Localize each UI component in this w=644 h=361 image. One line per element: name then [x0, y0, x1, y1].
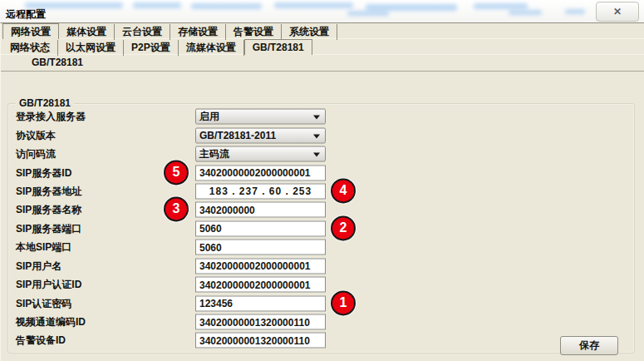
- tab-secondary-1[interactable]: 网络状态: [2, 40, 58, 56]
- dialog-client-area: 网络设置媒体设置云台设置存储设置告警设置系统设置 网络状态以太网设置P2P设置流…: [0, 22, 644, 361]
- sip-server-id-input[interactable]: [195, 165, 326, 180]
- local-sip-port-input[interactable]: [195, 240, 326, 255]
- sip-auth-password-input[interactable]: [195, 295, 326, 311]
- sip-user-auth-id-label: SIP用户认证ID: [16, 278, 81, 292]
- protocol-version-label: 协议版本: [16, 128, 56, 142]
- field-row-sip-server-name: SIP服务器名称3: [8, 200, 634, 219]
- sip-server-port-label: SIP服务器端口: [16, 221, 81, 235]
- blurred-text-artifact: [25, 2, 123, 8]
- alarm-device-id-label: 告警设备ID: [16, 334, 66, 348]
- field-row-login-access-server: 登录接入服务器启用: [8, 107, 634, 126]
- page-header: GB/T28181: [1, 55, 644, 72]
- blurred-text-artifact: [133, 2, 181, 8]
- tab-primary-2[interactable]: 媒体设置: [59, 24, 115, 40]
- sip-server-id-label: SIP服务器ID: [16, 166, 71, 180]
- titlebar: 远程配置 ✕: [0, 0, 644, 22]
- sip-user-auth-id-input[interactable]: [195, 277, 326, 293]
- annotation-badge-2: 2: [331, 215, 356, 240]
- primary-tab-strip: 网络设置媒体设置云台设置存储设置告警设置系统设置: [1, 23, 644, 39]
- tab-primary-1[interactable]: 网络设置: [2, 23, 59, 39]
- sip-username-label: SIP用户名: [16, 259, 61, 273]
- field-row-video-channel-id: 视频通道编码ID: [8, 313, 634, 331]
- sip-server-name-label: SIP服务器名称: [16, 203, 81, 217]
- sip-server-address-label: SIP服务器地址: [16, 184, 81, 198]
- tab-secondary-2[interactable]: 以太网设置: [58, 40, 124, 56]
- login-access-server-label: 登录接入服务器: [16, 110, 86, 124]
- video-channel-id-label: 视频通道编码ID: [16, 315, 86, 329]
- field-row-alarm-device-id: 告警设备ID: [8, 331, 634, 349]
- blurred-text-artifact: [366, 4, 457, 11]
- chevron-down-icon: [313, 134, 320, 138]
- blurred-text-artifact: [191, 3, 262, 9]
- field-row-sip-auth-password: SIP认证密码1: [8, 294, 634, 312]
- tab-secondary-5[interactable]: GB/T28181: [244, 39, 312, 55]
- field-row-protocol-version: 协议版本GB/T28181-2011: [8, 126, 634, 144]
- blurred-text-artifact: [347, 11, 389, 16]
- tab-secondary-4[interactable]: 流媒体设置: [179, 40, 244, 56]
- tab-primary-3[interactable]: 云台设置: [115, 24, 170, 40]
- field-row-sip-server-id: SIP服务器ID5: [8, 163, 634, 181]
- chevron-down-icon: [313, 153, 320, 157]
- sip-username-input[interactable]: [195, 258, 326, 274]
- field-row-sip-server-address: SIP服务器地址4: [8, 182, 634, 200]
- blurred-text-artifact: [274, 2, 353, 8]
- field-row-sip-username: SIP用户名: [8, 257, 634, 275]
- protocol-version-dropdown[interactable]: GB/T28181-2011: [195, 127, 326, 143]
- save-button[interactable]: 保存: [560, 336, 618, 355]
- remote-config-dialog: 远程配置 ✕ 网络设置媒体设置云台设置存储设置告警设置系统设置 网络状态以太网设…: [0, 0, 644, 361]
- annotation-badge-5: 5: [164, 160, 189, 185]
- video-channel-id-input[interactable]: [195, 314, 326, 330]
- field-row-sip-server-port: SIP服务器端口2: [8, 220, 634, 238]
- chevron-down-icon: [313, 116, 320, 120]
- gbt28181-groupbox: GB/T28181 登录接入服务器启用协议版本GB/T28181-2011访问码…: [7, 103, 635, 354]
- blurred-text-artifact: [474, 3, 528, 9]
- blurred-text-artifact: [565, 9, 585, 14]
- access-stream-dropdown[interactable]: 主码流: [195, 146, 326, 162]
- annotation-badge-3: 3: [164, 197, 189, 222]
- access-stream-label: 访问码流: [16, 147, 56, 161]
- secondary-tab-strip: 网络状态以太网设置P2P设置流媒体设置GB/T28181: [1, 39, 644, 55]
- tab-secondary-3[interactable]: P2P设置: [124, 40, 179, 56]
- sip-server-name-input[interactable]: [195, 202, 326, 218]
- form-fields: 登录接入服务器启用协议版本GB/T28181-2011访问码流主码流SIP服务器…: [8, 107, 634, 350]
- window-title: 远程配置: [6, 7, 46, 22]
- sip-server-address-input[interactable]: [195, 183, 326, 199]
- tab-primary-6[interactable]: 系统设置: [282, 24, 337, 40]
- field-row-sip-user-auth-id: SIP用户认证ID: [8, 275, 634, 294]
- field-row-local-sip-port: 本地SIP端口: [8, 238, 634, 256]
- login-access-server-dropdown[interactable]: 启用: [195, 109, 326, 125]
- sip-auth-password-label: SIP认证密码: [16, 296, 71, 310]
- annotation-badge-4: 4: [331, 178, 356, 203]
- annotation-badge-1: 1: [331, 290, 356, 315]
- close-button[interactable]: ✕: [596, 2, 639, 22]
- tab-primary-4[interactable]: 存储设置: [170, 24, 226, 40]
- sip-server-port-input[interactable]: [195, 220, 326, 236]
- local-sip-port-label: 本地SIP端口: [16, 240, 71, 255]
- tab-primary-5[interactable]: 告警设置: [226, 24, 282, 40]
- field-row-access-stream: 访问码流主码流: [8, 145, 634, 163]
- blurred-text-artifact: [509, 10, 542, 15]
- alarm-device-id-input[interactable]: [195, 333, 326, 349]
